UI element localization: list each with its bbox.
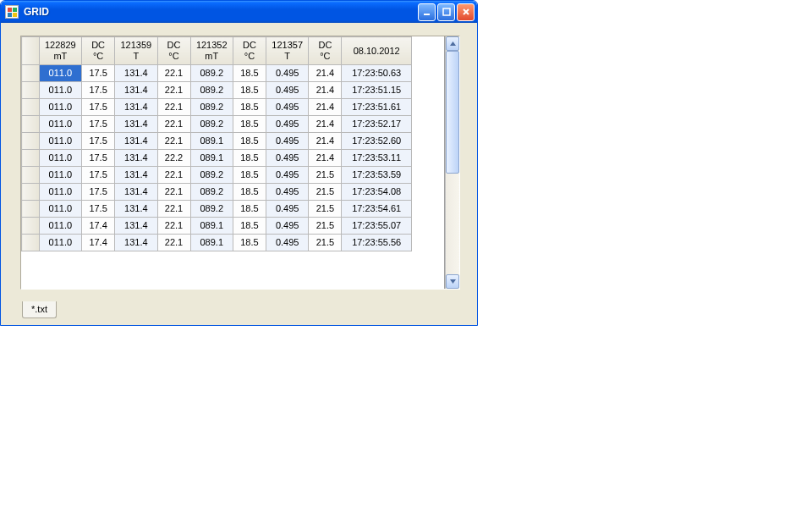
- grid-cell[interactable]: 18.5: [233, 218, 266, 235]
- grid-cell[interactable]: 011.0: [39, 99, 81, 116]
- table-row[interactable]: 011.017.4131.422.1089.118.50.49521.517:2…: [22, 235, 412, 251]
- grid-cell[interactable]: 17:23:50.63: [342, 65, 412, 82]
- grid-cell[interactable]: 22.1: [157, 99, 190, 116]
- grid-cell[interactable]: 089.2: [190, 65, 233, 82]
- column-header[interactable]: 121357 T: [266, 37, 308, 65]
- row-header[interactable]: [22, 133, 40, 150]
- row-header[interactable]: [22, 167, 40, 184]
- grid-cell[interactable]: 131.4: [115, 133, 157, 150]
- grid-cell[interactable]: 18.5: [233, 184, 266, 201]
- grid-cell[interactable]: 18.5: [233, 116, 266, 133]
- grid-cell[interactable]: 18.5: [233, 82, 266, 99]
- grid-cell[interactable]: 17.5: [82, 184, 115, 201]
- grid-cell[interactable]: 131.4: [115, 167, 157, 184]
- table-row[interactable]: 011.017.5131.422.1089.218.50.49521.417:2…: [22, 99, 412, 116]
- grid-cell[interactable]: 011.0: [39, 167, 81, 184]
- grid-cell[interactable]: 0.495: [266, 167, 308, 184]
- grid-cell[interactable]: 17.4: [82, 218, 115, 235]
- grid-cell[interactable]: 21.5: [309, 235, 342, 251]
- grid-cell[interactable]: 089.1: [190, 235, 233, 251]
- grid-cell[interactable]: 131.4: [115, 150, 157, 167]
- table-row[interactable]: 011.017.5131.422.2089.118.50.49521.417:2…: [22, 150, 412, 167]
- grid-cell[interactable]: 18.5: [233, 150, 266, 167]
- column-header[interactable]: 08.10.2012: [342, 37, 412, 65]
- grid-cell[interactable]: 011.0: [39, 116, 81, 133]
- grid-cell[interactable]: 0.495: [266, 201, 308, 218]
- grid-cell[interactable]: 17.5: [82, 133, 115, 150]
- grid-cell[interactable]: 18.5: [233, 235, 266, 251]
- maximize-button[interactable]: [437, 3, 455, 21]
- scroll-track[interactable]: [446, 51, 459, 274]
- grid-cell[interactable]: 18.5: [233, 99, 266, 116]
- grid-cell[interactable]: 131.4: [115, 235, 157, 251]
- grid-cell[interactable]: 22.1: [157, 184, 190, 201]
- row-header[interactable]: [22, 150, 40, 167]
- row-header[interactable]: [22, 116, 40, 133]
- grid-cell[interactable]: 17:23:51.61: [342, 99, 412, 116]
- grid-cell[interactable]: 22.1: [157, 82, 190, 99]
- grid-cell[interactable]: 089.2: [190, 82, 233, 99]
- grid-cell[interactable]: 18.5: [233, 167, 266, 184]
- grid-cell[interactable]: 011.0: [39, 184, 81, 201]
- grid-cell[interactable]: 22.2: [157, 150, 190, 167]
- grid-cell[interactable]: 21.4: [309, 116, 342, 133]
- grid-cell[interactable]: 21.4: [309, 133, 342, 150]
- scroll-thumb[interactable]: [446, 51, 459, 174]
- grid-cell[interactable]: 21.4: [309, 65, 342, 82]
- grid-cell[interactable]: 17:23:53.11: [342, 150, 412, 167]
- grid-cell[interactable]: 089.2: [190, 184, 233, 201]
- grid-cell[interactable]: 17.5: [82, 65, 115, 82]
- grid-cell[interactable]: 17:23:53.59: [342, 167, 412, 184]
- grid-cell[interactable]: 131.4: [115, 99, 157, 116]
- grid-cell[interactable]: 22.1: [157, 201, 190, 218]
- scroll-down-button[interactable]: [446, 274, 459, 289]
- grid-cell[interactable]: 17:23:54.08: [342, 184, 412, 201]
- grid-cell[interactable]: 089.1: [190, 218, 233, 235]
- grid-cell[interactable]: 0.495: [266, 116, 308, 133]
- grid-cell[interactable]: 22.1: [157, 218, 190, 235]
- grid-cell[interactable]: 17.5: [82, 201, 115, 218]
- grid-cell[interactable]: 22.1: [157, 65, 190, 82]
- row-header[interactable]: [22, 82, 40, 99]
- scroll-up-button[interactable]: [446, 36, 459, 51]
- grid-cell[interactable]: 21.4: [309, 150, 342, 167]
- grid-cell[interactable]: 0.495: [266, 184, 308, 201]
- grid-cell[interactable]: 011.0: [39, 218, 81, 235]
- grid-cell[interactable]: 22.1: [157, 167, 190, 184]
- grid-cell[interactable]: 17.5: [82, 82, 115, 99]
- grid-cell[interactable]: 011.0: [39, 65, 81, 82]
- row-header[interactable]: [22, 235, 40, 251]
- grid-cell[interactable]: 089.2: [190, 116, 233, 133]
- grid-cell[interactable]: 011.0: [39, 201, 81, 218]
- column-header[interactable]: 121359 T: [115, 37, 157, 65]
- row-header[interactable]: [22, 99, 40, 116]
- grid-cell[interactable]: 17.5: [82, 150, 115, 167]
- grid-cell[interactable]: 18.5: [233, 133, 266, 150]
- grid-cell[interactable]: 18.5: [233, 65, 266, 82]
- vertical-scrollbar[interactable]: [445, 36, 459, 289]
- grid-cell[interactable]: 011.0: [39, 82, 81, 99]
- grid-cell[interactable]: 17:23:55.56: [342, 235, 412, 251]
- grid-cell[interactable]: 0.495: [266, 99, 308, 116]
- grid-cell[interactable]: 17:23:54.61: [342, 201, 412, 218]
- grid-cell[interactable]: 22.1: [157, 116, 190, 133]
- grid-cell[interactable]: 089.2: [190, 99, 233, 116]
- data-grid[interactable]: 122829 mTDC °C121359 TDC °C121352 mTDC °…: [21, 36, 444, 289]
- grid-cell[interactable]: 17:23:52.60: [342, 133, 412, 150]
- grid-cell[interactable]: 21.5: [309, 167, 342, 184]
- grid-cell[interactable]: 21.5: [309, 201, 342, 218]
- grid-cell[interactable]: 0.495: [266, 150, 308, 167]
- minimize-button[interactable]: [418, 3, 436, 21]
- grid-cell[interactable]: 131.4: [115, 218, 157, 235]
- grid-cell[interactable]: 089.1: [190, 150, 233, 167]
- grid-cell[interactable]: 0.495: [266, 82, 308, 99]
- row-header[interactable]: [22, 218, 40, 235]
- table-row[interactable]: 011.017.5131.422.1089.218.50.49521.517:2…: [22, 167, 412, 184]
- close-button[interactable]: [457, 3, 475, 21]
- grid-cell[interactable]: 22.1: [157, 133, 190, 150]
- column-header[interactable]: 122829 mT: [39, 37, 81, 65]
- grid-cell[interactable]: 21.5: [309, 184, 342, 201]
- grid-cell[interactable]: 17:23:55.07: [342, 218, 412, 235]
- grid-cell[interactable]: 17:23:51.15: [342, 82, 412, 99]
- grid-cell[interactable]: 17:23:52.17: [342, 116, 412, 133]
